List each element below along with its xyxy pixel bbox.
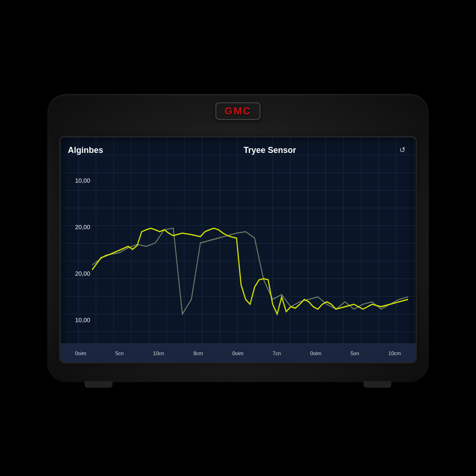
x-label-1: 0oim (75, 350, 86, 356)
x-axis: 0oim 5cn 10cn 8cm 0oim 7cn 0oim 5on 10cm (60, 344, 416, 362)
y-label-3: 20,00 (68, 270, 90, 277)
y-axis: 10,00 20,00 20,00 10,00 (68, 157, 92, 344)
display-screen: Alginbes Tryee Sensor ↺ 10,00 20,00 20,0… (59, 136, 417, 364)
x-label-2: 5cn (115, 350, 124, 356)
foot-right (364, 381, 391, 388)
refresh-icon[interactable]: ↺ (399, 145, 405, 154)
left-label: Alginbes (68, 145, 103, 155)
screen-content: Alginbes Tryee Sensor ↺ 10,00 20,00 20,0… (68, 144, 408, 344)
x-label-4: 8cm (193, 350, 203, 356)
chart-svg (92, 157, 408, 344)
x-label-5: 0oim (232, 350, 244, 356)
x-label-8: 5on (350, 350, 359, 356)
x-label-9: 10cm (389, 350, 401, 356)
top-bar: GMC (215, 102, 260, 120)
y-label-4: 10,00 (68, 317, 90, 324)
gmc-badge: GMC (215, 102, 260, 120)
brand-logo: GMC (225, 105, 251, 117)
chart-area: 10,00 20,00 20,00 10,00 (68, 157, 408, 344)
center-label: Tryee Sensor (244, 145, 296, 155)
chart-plot (92, 157, 408, 344)
y-label-2: 20,00 (68, 224, 90, 231)
y-label-1: 10,00 (68, 177, 90, 184)
x-label-3: 10cn (153, 350, 164, 356)
x-label-7: 0oim (310, 350, 321, 356)
chart-header: Alginbes Tryee Sensor ↺ (68, 144, 408, 155)
device-body: GMC Alginbes Tryee Sensor ↺ 10,00 20,00 … (47, 94, 429, 382)
x-label-6: 7cn (273, 350, 281, 356)
foot-left (85, 381, 112, 388)
